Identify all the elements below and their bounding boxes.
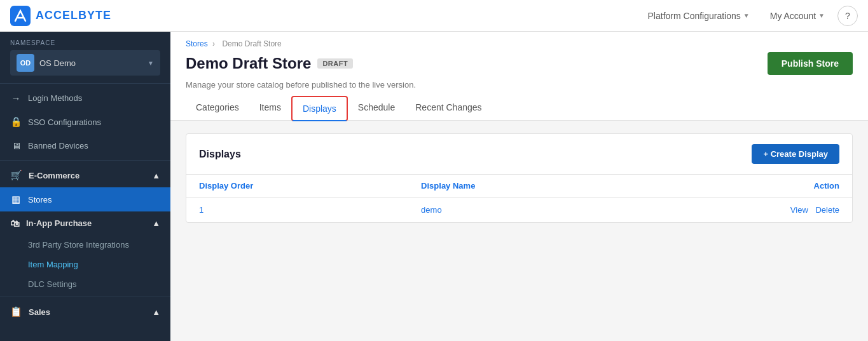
tab-schedule[interactable]: Schedule: [348, 96, 405, 120]
in-app-purchase-label: In-App Purchase: [26, 218, 92, 228]
sso-icon: 🔒: [10, 116, 22, 128]
namespace-name: OS Demo: [39, 58, 142, 68]
namespace-label: NAMESPACE: [10, 39, 160, 46]
sidebar-divider-1: [0, 83, 170, 84]
tab-displays[interactable]: Displays: [291, 96, 348, 121]
namespace-chevron-icon: ▼: [148, 60, 154, 67]
table-row: 1 demo View Delete: [186, 197, 852, 223]
col-header-action: Action: [630, 175, 852, 197]
displays-table: Display Order Display Name Action 1 demo: [186, 175, 852, 222]
top-nav: ACCELBYTE Platform Configurations ▼ My A…: [0, 0, 868, 32]
main-layout: NAMESPACE OD OS Demo ▼ → Login Methods 🔒…: [0, 32, 868, 341]
display-name-link[interactable]: demo: [421, 205, 442, 215]
table-header: Display Order Display Name Action: [186, 175, 852, 197]
in-app-purchase-icon: 🛍: [10, 218, 20, 229]
sidebar-item-sso-configurations[interactable]: 🔒 SSO Configurations: [0, 110, 170, 134]
banned-devices-icon: 🖥: [10, 140, 22, 151]
content-area: Stores › Demo Draft Store Demo Draft Sto…: [170, 32, 868, 341]
sales-label: Sales: [29, 307, 50, 317]
platform-config-dropdown[interactable]: Platform Configurations ▼: [640, 7, 757, 25]
sidebar-item-banned-devices[interactable]: 🖥 Banned Devices: [0, 134, 170, 157]
tab-recent-changes[interactable]: Recent Changes: [405, 96, 492, 120]
logo-area: ACCELBYTE: [10, 6, 111, 26]
namespace-avatar: OD: [17, 54, 34, 72]
stores-icon: ▦: [10, 194, 22, 205]
sidebar-item-label: SSO Configurations: [28, 117, 101, 127]
col-header-display-order: Display Order: [186, 175, 408, 197]
breadcrumb-separator: ›: [212, 39, 217, 48]
my-account-label: My Account: [770, 11, 816, 21]
breadcrumb: Stores › Demo Draft Store: [186, 39, 853, 48]
3rd-party-label: 3rd Party Store Integrations: [28, 240, 129, 250]
col-header-display-name: Display Name: [408, 175, 630, 197]
ecommerce-section-header[interactable]: 🛒 E-Commerce ▲: [0, 163, 170, 187]
sidebar-sub-dlc-settings[interactable]: DLC Settings: [0, 274, 170, 294]
display-order-link[interactable]: 1: [199, 205, 203, 215]
view-display-link[interactable]: View: [790, 205, 808, 215]
breadcrumb-current: Demo Draft Store: [222, 39, 281, 48]
delete-display-link[interactable]: Delete: [815, 205, 839, 215]
ecommerce-collapse-icon: ▲: [152, 171, 160, 180]
help-button[interactable]: ?: [837, 6, 858, 26]
tab-categories[interactable]: Categories: [186, 96, 249, 120]
ecommerce-icon: 🛒: [10, 170, 22, 181]
sales-icon: 📋: [10, 306, 22, 318]
page-title: Demo Draft Store: [186, 55, 311, 72]
top-nav-right: Platform Configurations ▼ My Account ▼ ?: [640, 6, 858, 26]
namespace-selector[interactable]: OD OS Demo ▼: [10, 50, 160, 76]
my-account-chevron-icon: ▼: [818, 12, 825, 19]
tab-items[interactable]: Items: [249, 96, 291, 120]
platform-config-chevron-icon: ▼: [743, 12, 750, 19]
dlc-settings-label: DLC Settings: [28, 279, 77, 289]
item-mapping-label: Item Mapping: [28, 260, 78, 269]
sales-collapse-icon: ▲: [152, 307, 160, 317]
platform-config-label: Platform Configurations: [648, 11, 741, 21]
display-order-cell: 1: [186, 197, 408, 223]
sidebar-sub-3rd-party[interactable]: 3rd Party Store Integrations: [0, 235, 170, 255]
display-action-cell: View Delete: [630, 197, 852, 223]
svg-rect-0: [10, 6, 31, 26]
accelbyte-logo-icon: [10, 6, 31, 26]
in-app-purchase-section-header[interactable]: 🛍 In-App Purchase ▲: [0, 211, 170, 235]
sidebar: NAMESPACE OD OS Demo ▼ → Login Methods 🔒…: [0, 32, 170, 341]
sidebar-divider-3: [0, 297, 170, 297]
display-name-cell: demo: [408, 197, 630, 223]
sidebar-item-label: Banned Devices: [28, 141, 88, 150]
namespace-section: NAMESPACE OD OS Demo ▼: [0, 32, 170, 81]
ecommerce-label: E-Commerce: [29, 171, 79, 180]
sidebar-sub-item-mapping[interactable]: Item Mapping: [0, 255, 170, 274]
page-title-left: Demo Draft Store DRAFT: [186, 55, 353, 72]
tabs-bar: Categories Items Displays Schedule Recen…: [186, 96, 853, 120]
content-header: Stores › Demo Draft Store Demo Draft Sto…: [170, 32, 868, 121]
displays-panel: Displays + Create Display Display Order …: [186, 133, 853, 223]
content-body: Displays + Create Display Display Order …: [170, 121, 868, 341]
table-header-row: Display Order Display Name Action: [186, 175, 852, 197]
publish-store-button[interactable]: Publish Store: [768, 52, 853, 75]
page-title-row: Demo Draft Store DRAFT Publish Store: [186, 52, 853, 75]
sidebar-divider-2: [0, 160, 170, 161]
displays-panel-title: Displays: [199, 149, 241, 160]
create-display-button[interactable]: + Create Display: [752, 144, 839, 164]
my-account-dropdown[interactable]: My Account ▼: [762, 7, 832, 25]
login-methods-icon: →: [10, 93, 22, 104]
sidebar-item-login-methods[interactable]: → Login Methods: [0, 86, 170, 110]
draft-badge: DRAFT: [317, 58, 353, 69]
displays-panel-header: Displays + Create Display: [186, 134, 852, 175]
sidebar-stores-label: Stores: [28, 195, 52, 204]
breadcrumb-stores-link[interactable]: Stores: [186, 39, 208, 48]
table-body: 1 demo View Delete: [186, 197, 852, 223]
sales-section-header[interactable]: 📋 Sales ▲: [0, 300, 170, 324]
sidebar-item-label: Login Methods: [28, 93, 82, 103]
logo-text: ACCELBYTE: [36, 9, 111, 22]
sidebar-item-stores[interactable]: ▦ Stores: [0, 187, 170, 211]
in-app-purchase-collapse-icon: ▲: [152, 218, 160, 228]
page-subtitle: Manage your store catalog before publish…: [186, 80, 853, 90]
help-icon: ?: [845, 11, 850, 21]
